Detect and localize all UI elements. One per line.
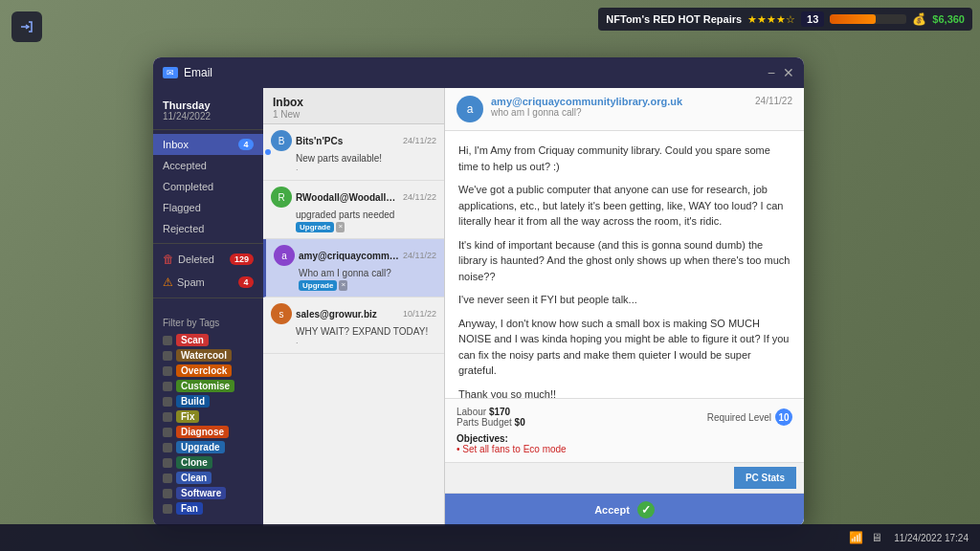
tag-label-watercool: Watercool [176, 349, 232, 362]
tag-upgrade[interactable]: Upgrade [163, 441, 254, 453]
accept-button[interactable]: Accept ✓ [445, 494, 804, 526]
footer-stats: Labour $170 Parts Budget $0 Required Lev… [457, 407, 792, 428]
email-item-header-3: a amy@criquaycommunitylibra.. 24/11/22 [274, 245, 436, 266]
tag-checkbox-clean[interactable] [163, 474, 172, 483]
tag-scan[interactable]: Scan [163, 334, 254, 346]
sidebar-badge-deleted: 129 [230, 253, 254, 265]
sidebar-divider-1 [153, 243, 263, 244]
taskbar-icons: 📶 🖥 [849, 531, 882, 544]
tag-checkbox-fix[interactable] [163, 412, 172, 422]
exit-button[interactable] [11, 11, 42, 42]
close-button[interactable]: ✕ [783, 65, 794, 80]
tag-checkbox-fan[interactable] [163, 504, 172, 514]
preview-1: · [271, 165, 436, 174]
tag-label-clone: Clone [176, 456, 212, 469]
money-amount: $6,360 [932, 13, 965, 25]
detail-avatar: a [457, 96, 483, 122]
sidebar-divider-2 [153, 298, 263, 298]
body-p4: I've never seen it FYI but people talk..… [458, 292, 791, 308]
detail-date: 24/11/22 [755, 96, 792, 106]
tag-upgrade-3: Upgrade [299, 280, 337, 291]
minimize-button[interactable]: − [768, 65, 775, 80]
tag-checkbox-build[interactable] [163, 397, 172, 407]
unread-dot-1 [265, 149, 271, 155]
tag-x-3[interactable]: × [339, 280, 347, 291]
date-3: 24/11/22 [403, 251, 436, 260]
window-title-left: ✉ Email [163, 66, 212, 79]
tag-checkbox-upgrade[interactable] [163, 443, 172, 452]
footer-stats-left: Labour $170 Parts Budget $0 [457, 407, 525, 428]
accept-label: Accept [594, 504, 630, 516]
tag-fan[interactable]: Fan [163, 502, 254, 515]
email-window: ✉ Email − ✕ Thursday 11/24/2022 Inbox 4 … [153, 57, 804, 526]
tag-x-2[interactable]: × [336, 222, 345, 232]
tag-label-fan: Fan [176, 502, 203, 515]
objective-1: Set all fans to Eco mode [457, 444, 792, 454]
sidebar-item-rejected[interactable]: Rejected [153, 218, 263, 239]
tag-checkbox-customise[interactable] [163, 382, 172, 391]
sidebar-item-spam[interactable]: ⚠ Spam 4 [153, 271, 263, 294]
tag-customise[interactable]: Customise [163, 380, 254, 392]
sidebar-label-accepted: Accepted [163, 160, 254, 171]
preview-4: · [271, 338, 436, 347]
tag-software[interactable]: Software [163, 487, 254, 499]
detail-subject: who am I gonna call? [491, 107, 747, 118]
sidebar-label-rejected: Rejected [163, 223, 254, 234]
sidebar: Thursday 11/24/2022 Inbox 4 Accepted Com… [153, 88, 263, 526]
email-list-items: B Bits'n'PCs 24/11/22 New parts availabl… [263, 124, 444, 526]
tag-watercool[interactable]: Watercool [163, 349, 254, 362]
sidebar-item-deleted[interactable]: 🗑 Deleted 129 [153, 248, 263, 271]
email-item-3[interactable]: a amy@criquaycommunitylibra.. 24/11/22 W… [263, 239, 444, 298]
sender-4: sales@growur.biz [296, 309, 399, 320]
tag-build[interactable]: Build [163, 395, 254, 408]
email-item-4[interactable]: s sales@growur.biz 10/11/22 WHY WAIT? EX… [263, 298, 444, 354]
spam-icon: ⚠ [163, 276, 173, 289]
tags-2: Upgrade × [271, 222, 436, 232]
wifi-icon: 📶 [849, 531, 863, 544]
sidebar-label-spam: Spam [177, 276, 238, 288]
sidebar-item-inbox[interactable]: Inbox 4 [153, 134, 263, 155]
objectives-section: Objectives: Set all fans to Eco mode [457, 433, 792, 454]
tag-checkbox-overclock[interactable] [163, 366, 172, 376]
tag-label-scan: Scan [176, 334, 209, 346]
email-item-2[interactable]: R RWoodall@WoodallSystems... 24/11/22 up… [263, 181, 444, 239]
body-p1: Hi, I'm Amy from Criquay community libra… [458, 143, 791, 174]
tag-checkbox-clone[interactable] [163, 458, 172, 468]
tag-checkbox-scan[interactable] [163, 336, 172, 345]
email-item-1[interactable]: B Bits'n'PCs 24/11/22 New parts availabl… [263, 124, 444, 181]
parts-value: $0 [515, 417, 525, 428]
sidebar-label-inbox: Inbox [163, 139, 238, 150]
tag-label-software: Software [176, 487, 226, 499]
tag-label-fix: Fix [176, 410, 199, 423]
tag-checkbox-diagnose[interactable] [163, 428, 172, 437]
tag-fix[interactable]: Fix [163, 410, 254, 423]
subject-3: Who am I gonna call? [274, 268, 436, 278]
sidebar-date: Thursday 11/24/2022 [153, 96, 263, 130]
required-level-badge: 10 [775, 408, 792, 426]
trash-icon: 🗑 [163, 253, 174, 266]
email-actions: Accept ✓ [445, 493, 804, 526]
sidebar-item-completed[interactable]: Completed [153, 176, 263, 197]
sidebar-badge-spam: 4 [238, 276, 254, 288]
sidebar-item-flagged[interactable]: Flagged [153, 197, 263, 218]
body-p3: It's kind of important because (and this… [458, 237, 791, 285]
tag-checkbox-watercool[interactable] [163, 351, 172, 361]
tag-checkbox-software[interactable] [163, 489, 172, 498]
tag-upgrade-2: Upgrade [296, 222, 334, 232]
pc-stats-button[interactable]: PC Stats [734, 467, 796, 489]
sidebar-badge-inbox: 4 [238, 139, 254, 150]
sender-2: RWoodall@WoodallSystems... [296, 192, 399, 203]
tag-diagnose[interactable]: Diagnose [163, 426, 254, 438]
detail-from: amy@criquaycommunitylibrary.org.uk [491, 96, 747, 107]
email-item-header-4: s sales@growur.biz 10/11/22 [271, 303, 436, 324]
email-list-panel: Inbox 1 New B Bits'n'PCs 24/11/22 New pa… [263, 88, 445, 526]
tag-clone[interactable]: Clone [163, 456, 254, 469]
tag-overclock[interactable]: Overclock [163, 364, 254, 377]
sidebar-item-accepted[interactable]: Accepted [153, 155, 263, 176]
tag-clean[interactable]: Clean [163, 472, 254, 484]
xp-bar [830, 14, 906, 24]
labour-value: $170 [489, 407, 510, 417]
sender-1: Bits'n'PCs [296, 136, 399, 146]
accept-check-icon: ✓ [637, 501, 655, 518]
top-bar: NFTom's RED HOT Repairs ★★★★☆ 13 💰 $6,36… [598, 8, 972, 31]
